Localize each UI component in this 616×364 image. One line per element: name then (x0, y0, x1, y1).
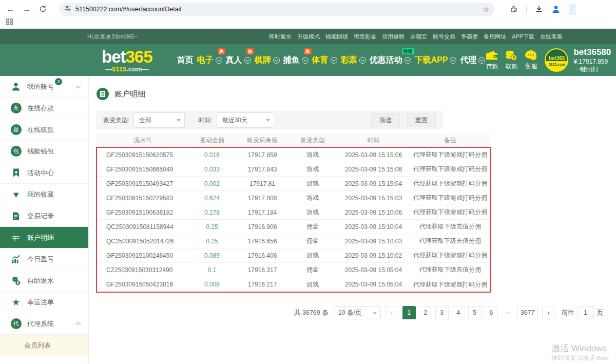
sidebar-item-我的收藏[interactable]: ♥我的收藏 (0, 184, 88, 205)
heart-icon: ♥ (13, 190, 19, 199)
jinbao-badge: 劲爆 (402, 48, 414, 55)
topbar-link[interactable]: APP下载 (512, 33, 534, 41)
nav-item-电子[interactable]: 电子热 (197, 55, 222, 66)
cell-id: QC25030915081158944 (97, 223, 188, 231)
sidebar-item-代理系统[interactable]: 代代理系统 (0, 313, 88, 335)
goto-page-input[interactable] (578, 306, 594, 319)
page-button-5[interactable]: 5 (468, 306, 482, 319)
nav-item-棋牌[interactable]: 棋牌 (255, 55, 280, 66)
nav-item-捕鱼[interactable]: 捕鱼热 (283, 55, 309, 66)
cell-remark: 代理获取下级游戏打码分佣 (411, 165, 490, 174)
page-size-value: 10 条/页 (338, 309, 362, 317)
cell-id: GF25030915050423016 (97, 281, 188, 288)
nav-item-label: 代理 (460, 55, 476, 66)
type-filter-select[interactable]: 全部 (133, 112, 185, 128)
sidebar-item-幸运注单[interactable]: ★幸运注单 (0, 292, 88, 313)
cell-time: 2025-03-09 15:15:03 (336, 195, 411, 202)
sidebar-item-钱能钱包[interactable]: 包钱能钱包 (0, 141, 88, 162)
circular-brand-badge[interactable]: bet365 5115.com (545, 48, 568, 72)
page-button-3[interactable]: 3 (435, 306, 449, 319)
cell-type: 游戏 (289, 251, 336, 260)
table-row: QC250309150520147260.2517916.656佣金2025-0… (97, 234, 490, 248)
site-settings-icon[interactable] (64, 5, 71, 14)
nav-item-下载APP[interactable]: 下载APP (415, 55, 457, 66)
topbar-link[interactable]: 备用网址 (484, 33, 506, 41)
refresh-icon[interactable] (39, 5, 47, 13)
browser-right-icons (510, 4, 571, 15)
profile-avatar-icon[interactable] (551, 5, 561, 14)
address-bar[interactable]: 511500222.com/#/user/accountDetail ☆ (59, 3, 494, 16)
topbar-link[interactable]: 钱能回馈 (325, 33, 348, 41)
nav-item-label: 优惠活动 (370, 55, 402, 66)
quick-取款[interactable]: ¥取款 (505, 50, 518, 71)
sidebar-item-自助返水[interactable]: $自助返水 (0, 270, 88, 292)
nav-item-首页[interactable]: 首页 (177, 55, 194, 66)
topbar-link[interactable]: 在线客服 (540, 33, 563, 41)
sidebar: 我的账号2充在线存款提在线取款包钱能钱包活动中心♥我的收藏交易记录账户明细今日盈… (0, 76, 89, 364)
table-row: GF250309150504230160.00817916.217游戏2025-… (97, 277, 490, 292)
page-button-4[interactable]: 4 (452, 306, 465, 319)
brand-logo[interactable]: bet365 —5115.com— (102, 48, 152, 72)
table-icon (10, 232, 22, 243)
page-button-1[interactable]: 1 (402, 306, 416, 319)
topbar-link[interactable]: 争霸赛 (461, 33, 478, 41)
wallet-icon: 包 (11, 146, 22, 157)
url-text[interactable]: 511500222.com/#/user/accountDetail (75, 6, 478, 13)
page-size-select[interactable]: 10 条/页 (334, 306, 381, 319)
extensions-icon[interactable] (510, 5, 518, 13)
page-button-3677[interactable]: 3677 (517, 306, 538, 319)
cell-remark: 代理获取下级充值分佣 (411, 237, 490, 245)
sidebar-item-今日盈亏[interactable]: 今日盈亏 (0, 248, 88, 270)
time-filter-value: 最近30天 (222, 116, 247, 125)
cell-id: CZ25030915030312490 (97, 266, 188, 274)
topbar-link[interactable]: 账号交易 (433, 33, 455, 41)
topbar-link[interactable]: 余额宝 (410, 33, 427, 41)
back-icon[interactable]: ← (6, 5, 14, 13)
topbar-link[interactable]: 升级模式 (297, 33, 320, 41)
download-icon[interactable] (535, 5, 543, 13)
page-button-6[interactable]: 6 (485, 306, 498, 319)
time-filter-select[interactable]: 最近30天 (217, 112, 274, 128)
site-header: bet365 —5115.com— 首页电子热真人热棋牌捕鱼热体育彩票优惠活动劲… (0, 44, 616, 76)
one-key-recall-button[interactable]: 一键回归 (573, 66, 611, 73)
nav-item-优惠活动[interactable]: 优惠活动劲爆 (370, 55, 411, 66)
bookmark-star-icon[interactable]: ☆ (483, 5, 489, 13)
star-icon: ★ (10, 297, 22, 308)
sidebar-item-在线取款[interactable]: 提在线取款 (0, 119, 88, 141)
quick-客服[interactable]: 客服 (524, 50, 537, 71)
chevron-down-icon (373, 312, 377, 315)
nav-item-彩票[interactable]: 彩票 (341, 55, 366, 66)
nav-item-label: 下载APP (415, 55, 448, 66)
filter-bar: 账变类型: 全部 时间: 最近30天 筛选 重置 (96, 111, 443, 129)
table-row: GF250309151502295830.62417917.808游戏2025-… (97, 191, 490, 205)
sidebar-item-会员列表[interactable]: 会员列表 (0, 335, 88, 356)
table-header-row: 流水号变动金额账变后余额账变类型时间备注 (96, 133, 491, 147)
nav-item-真人[interactable]: 真人热 (226, 55, 251, 66)
quick-存款[interactable]: 存款 (485, 50, 498, 71)
cell-amount: 0.016 (188, 151, 236, 159)
page-button-2[interactable]: 2 (419, 306, 432, 319)
sidebar-item-账户明细[interactable]: 账户明细 (0, 227, 88, 248)
account-detail-table: 流水号变动金额账变后余额账变类型时间备注 GF25030915150620575… (96, 133, 491, 293)
sidebar-item-我的账号[interactable]: 我的账号2 (0, 76, 88, 98)
sidebar-item-在线存款[interactable]: 充在线存款 (0, 98, 88, 119)
next-page-button[interactable]: › (542, 306, 555, 319)
reset-button[interactable]: 重置 (407, 113, 436, 127)
prev-page-button[interactable]: ‹ (385, 306, 398, 319)
sidebar-item-活动中心[interactable]: 活动中心 (0, 162, 88, 184)
cell-remark: 代理获取下级游戏打码分佣 (411, 280, 490, 289)
forward-icon[interactable]: → (23, 5, 31, 13)
topbar-link[interactable]: 得意彩金 (354, 33, 376, 41)
nav-item-体育[interactable]: 体育 (312, 55, 337, 66)
topbar-link[interactable]: 即时返水 (269, 33, 292, 41)
deposit-icon: 充 (10, 103, 22, 114)
filter-button[interactable]: 筛选 (371, 113, 400, 127)
apps-grid-icon[interactable] (6, 18, 13, 27)
sidebar-item-交易记录[interactable]: 交易记录 (0, 205, 88, 227)
side-panel-icon[interactable] (569, 4, 576, 15)
type-filter-label: 账变类型: (103, 116, 129, 125)
user-info: bet36580 ¥:17917.859 一键回归 (573, 47, 611, 73)
topbar-link[interactable]: 信用借呗 (382, 33, 405, 41)
nav-item-代理[interactable]: 代理 (460, 55, 485, 66)
page-ellipsis: ··· (501, 306, 514, 319)
